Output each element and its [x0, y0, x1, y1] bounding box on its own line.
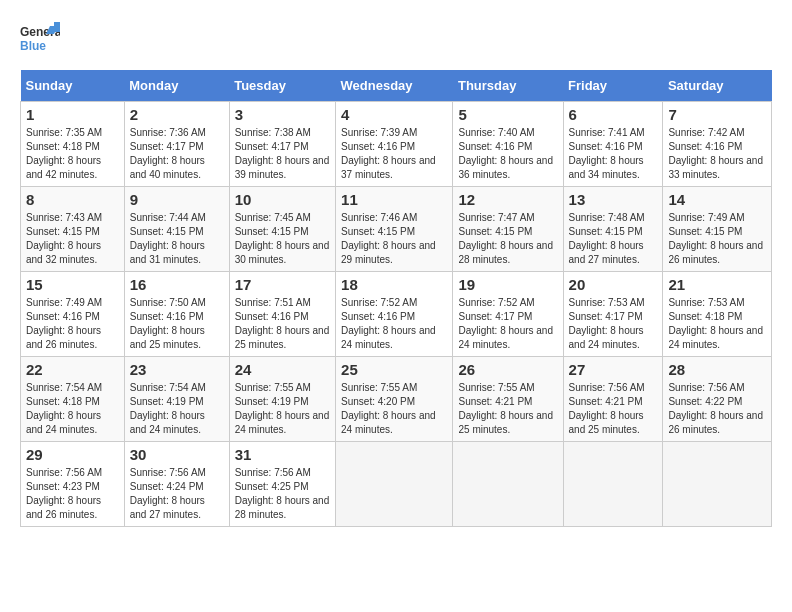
day-number: 9 [130, 191, 224, 208]
day-info: Sunrise: 7:54 AMSunset: 4:18 PMDaylight:… [26, 381, 119, 437]
day-info: Sunrise: 7:40 AMSunset: 4:16 PMDaylight:… [458, 126, 557, 182]
weekday-header-friday: Friday [563, 70, 663, 102]
day-info: Sunrise: 7:49 AMSunset: 4:15 PMDaylight:… [668, 211, 766, 267]
day-info: Sunrise: 7:50 AMSunset: 4:16 PMDaylight:… [130, 296, 224, 352]
day-info: Sunrise: 7:52 AMSunset: 4:16 PMDaylight:… [341, 296, 447, 352]
weekday-header-thursday: Thursday [453, 70, 563, 102]
day-number: 2 [130, 106, 224, 123]
day-info: Sunrise: 7:53 AMSunset: 4:18 PMDaylight:… [668, 296, 766, 352]
day-number: 10 [235, 191, 330, 208]
calendar-cell: 10Sunrise: 7:45 AMSunset: 4:15 PMDayligh… [229, 187, 335, 272]
weekday-header-saturday: Saturday [663, 70, 772, 102]
day-info: Sunrise: 7:56 AMSunset: 4:23 PMDaylight:… [26, 466, 119, 522]
day-number: 5 [458, 106, 557, 123]
calendar-cell: 5Sunrise: 7:40 AMSunset: 4:16 PMDaylight… [453, 102, 563, 187]
day-number: 15 [26, 276, 119, 293]
day-number: 25 [341, 361, 447, 378]
day-info: Sunrise: 7:46 AMSunset: 4:15 PMDaylight:… [341, 211, 447, 267]
day-info: Sunrise: 7:56 AMSunset: 4:22 PMDaylight:… [668, 381, 766, 437]
day-info: Sunrise: 7:41 AMSunset: 4:16 PMDaylight:… [569, 126, 658, 182]
calendar-cell: 25Sunrise: 7:55 AMSunset: 4:20 PMDayligh… [336, 357, 453, 442]
day-number: 31 [235, 446, 330, 463]
calendar-cell: 17Sunrise: 7:51 AMSunset: 4:16 PMDayligh… [229, 272, 335, 357]
calendar-cell: 30Sunrise: 7:56 AMSunset: 4:24 PMDayligh… [124, 442, 229, 527]
day-info: Sunrise: 7:39 AMSunset: 4:16 PMDaylight:… [341, 126, 447, 182]
logo: General Blue [20, 20, 60, 60]
day-number: 26 [458, 361, 557, 378]
day-info: Sunrise: 7:52 AMSunset: 4:17 PMDaylight:… [458, 296, 557, 352]
day-number: 17 [235, 276, 330, 293]
day-number: 3 [235, 106, 330, 123]
calendar-cell: 27Sunrise: 7:56 AMSunset: 4:21 PMDayligh… [563, 357, 663, 442]
calendar-table: SundayMondayTuesdayWednesdayThursdayFrid… [20, 70, 772, 527]
calendar-cell: 24Sunrise: 7:55 AMSunset: 4:19 PMDayligh… [229, 357, 335, 442]
calendar-cell [336, 442, 453, 527]
day-info: Sunrise: 7:56 AMSunset: 4:25 PMDaylight:… [235, 466, 330, 522]
day-number: 11 [341, 191, 447, 208]
day-info: Sunrise: 7:42 AMSunset: 4:16 PMDaylight:… [668, 126, 766, 182]
calendar-cell: 8Sunrise: 7:43 AMSunset: 4:15 PMDaylight… [21, 187, 125, 272]
calendar-cell [563, 442, 663, 527]
calendar-week-row: 22Sunrise: 7:54 AMSunset: 4:18 PMDayligh… [21, 357, 772, 442]
day-info: Sunrise: 7:48 AMSunset: 4:15 PMDaylight:… [569, 211, 658, 267]
day-info: Sunrise: 7:55 AMSunset: 4:20 PMDaylight:… [341, 381, 447, 437]
day-number: 12 [458, 191, 557, 208]
calendar-cell: 2Sunrise: 7:36 AMSunset: 4:17 PMDaylight… [124, 102, 229, 187]
day-number: 24 [235, 361, 330, 378]
calendar-cell: 4Sunrise: 7:39 AMSunset: 4:16 PMDaylight… [336, 102, 453, 187]
day-info: Sunrise: 7:36 AMSunset: 4:17 PMDaylight:… [130, 126, 224, 182]
calendar-cell: 1Sunrise: 7:35 AMSunset: 4:18 PMDaylight… [21, 102, 125, 187]
day-info: Sunrise: 7:43 AMSunset: 4:15 PMDaylight:… [26, 211, 119, 267]
day-info: Sunrise: 7:53 AMSunset: 4:17 PMDaylight:… [569, 296, 658, 352]
day-info: Sunrise: 7:49 AMSunset: 4:16 PMDaylight:… [26, 296, 119, 352]
calendar-cell: 18Sunrise: 7:52 AMSunset: 4:16 PMDayligh… [336, 272, 453, 357]
day-info: Sunrise: 7:56 AMSunset: 4:21 PMDaylight:… [569, 381, 658, 437]
calendar-cell: 6Sunrise: 7:41 AMSunset: 4:16 PMDaylight… [563, 102, 663, 187]
calendar-cell: 23Sunrise: 7:54 AMSunset: 4:19 PMDayligh… [124, 357, 229, 442]
day-number: 16 [130, 276, 224, 293]
day-info: Sunrise: 7:51 AMSunset: 4:16 PMDaylight:… [235, 296, 330, 352]
day-info: Sunrise: 7:55 AMSunset: 4:21 PMDaylight:… [458, 381, 557, 437]
calendar-cell: 22Sunrise: 7:54 AMSunset: 4:18 PMDayligh… [21, 357, 125, 442]
day-number: 29 [26, 446, 119, 463]
calendar-cell [453, 442, 563, 527]
calendar-cell: 28Sunrise: 7:56 AMSunset: 4:22 PMDayligh… [663, 357, 772, 442]
calendar-cell: 9Sunrise: 7:44 AMSunset: 4:15 PMDaylight… [124, 187, 229, 272]
day-info: Sunrise: 7:55 AMSunset: 4:19 PMDaylight:… [235, 381, 330, 437]
calendar-week-row: 8Sunrise: 7:43 AMSunset: 4:15 PMDaylight… [21, 187, 772, 272]
calendar-cell: 20Sunrise: 7:53 AMSunset: 4:17 PMDayligh… [563, 272, 663, 357]
day-number: 22 [26, 361, 119, 378]
day-number: 6 [569, 106, 658, 123]
calendar-cell: 29Sunrise: 7:56 AMSunset: 4:23 PMDayligh… [21, 442, 125, 527]
calendar-cell: 15Sunrise: 7:49 AMSunset: 4:16 PMDayligh… [21, 272, 125, 357]
calendar-cell: 7Sunrise: 7:42 AMSunset: 4:16 PMDaylight… [663, 102, 772, 187]
weekday-header-monday: Monday [124, 70, 229, 102]
calendar-cell: 11Sunrise: 7:46 AMSunset: 4:15 PMDayligh… [336, 187, 453, 272]
day-number: 1 [26, 106, 119, 123]
weekday-header-sunday: Sunday [21, 70, 125, 102]
svg-text:Blue: Blue [20, 39, 46, 53]
day-info: Sunrise: 7:56 AMSunset: 4:24 PMDaylight:… [130, 466, 224, 522]
calendar-cell: 13Sunrise: 7:48 AMSunset: 4:15 PMDayligh… [563, 187, 663, 272]
day-number: 19 [458, 276, 557, 293]
calendar-cell: 14Sunrise: 7:49 AMSunset: 4:15 PMDayligh… [663, 187, 772, 272]
day-info: Sunrise: 7:38 AMSunset: 4:17 PMDaylight:… [235, 126, 330, 182]
day-number: 30 [130, 446, 224, 463]
day-number: 28 [668, 361, 766, 378]
day-number: 14 [668, 191, 766, 208]
calendar-week-row: 29Sunrise: 7:56 AMSunset: 4:23 PMDayligh… [21, 442, 772, 527]
day-number: 20 [569, 276, 658, 293]
weekday-header-wednesday: Wednesday [336, 70, 453, 102]
calendar-cell: 31Sunrise: 7:56 AMSunset: 4:25 PMDayligh… [229, 442, 335, 527]
header: General Blue [20, 20, 772, 60]
day-number: 23 [130, 361, 224, 378]
day-number: 4 [341, 106, 447, 123]
calendar-cell: 26Sunrise: 7:55 AMSunset: 4:21 PMDayligh… [453, 357, 563, 442]
day-number: 13 [569, 191, 658, 208]
calendar-cell: 3Sunrise: 7:38 AMSunset: 4:17 PMDaylight… [229, 102, 335, 187]
day-info: Sunrise: 7:44 AMSunset: 4:15 PMDaylight:… [130, 211, 224, 267]
day-info: Sunrise: 7:47 AMSunset: 4:15 PMDaylight:… [458, 211, 557, 267]
calendar-cell: 19Sunrise: 7:52 AMSunset: 4:17 PMDayligh… [453, 272, 563, 357]
day-info: Sunrise: 7:54 AMSunset: 4:19 PMDaylight:… [130, 381, 224, 437]
calendar-cell [663, 442, 772, 527]
